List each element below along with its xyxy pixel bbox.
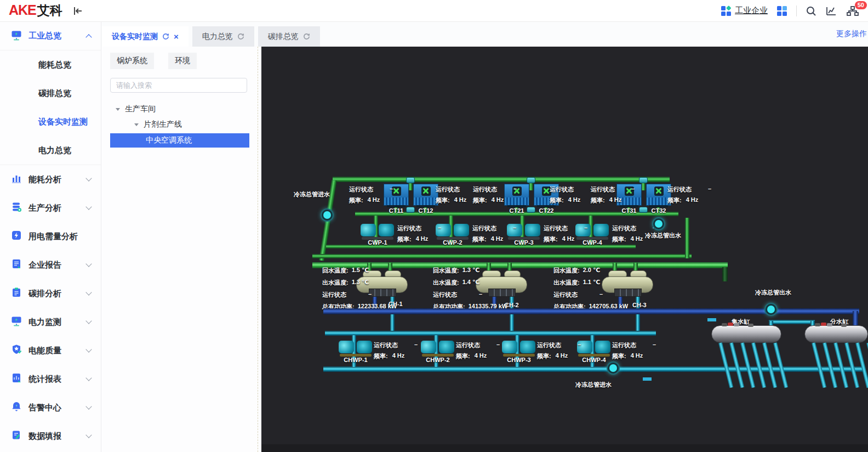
- tree-node-hvac-system[interactable]: 中央空调系统: [110, 133, 249, 148]
- chiller-info-block: 回水温度:2.0 ℃ 出水温度:1.1 ℃ 运行状态– 总有功功率:142705…: [553, 267, 628, 315]
- search-icon[interactable]: [806, 5, 816, 16]
- caret-down-icon: [116, 108, 120, 111]
- tab-label: 碳排总览: [268, 32, 299, 42]
- device-status-block: 运行状态–频率:4 Hz: [349, 185, 393, 207]
- system-chips: 锅炉系统 环境: [110, 53, 245, 69]
- pipe-segment: [722, 267, 728, 281]
- cooling-tower-ct12[interactable]: [413, 184, 438, 206]
- chiller-info-block: 回水温度:1.3 ℃ 出水温度:1.4 ℃ 运行状态– 总有功功率:141335…: [433, 267, 507, 315]
- apps-grid-icon[interactable]: [776, 5, 787, 16]
- pump-chwp-4[interactable]: [577, 338, 611, 357]
- tab-carbon-overview[interactable]: 碳排总览: [258, 26, 320, 47]
- device-status-block: 运行状态–频率:4 Hz: [473, 185, 517, 207]
- pipe-segment: [769, 320, 815, 324]
- org-link[interactable]: 工业企业: [721, 5, 768, 16]
- sidebar-item-carbon-analysis[interactable]: 碳排分析: [0, 279, 101, 308]
- refresh-icon[interactable]: [303, 33, 310, 40]
- caret-down-icon: [134, 123, 139, 126]
- chevron-down-icon: [85, 432, 92, 438]
- valve-indicator[interactable]: [322, 210, 333, 221]
- tank-label-collector: 集水缸: [732, 318, 750, 326]
- device-status-block: 运行状态–频率:4 Hz: [591, 185, 635, 207]
- valve-indicator[interactable]: [608, 363, 619, 374]
- sidebar-item-energy-overview[interactable]: 能耗总览: [0, 50, 101, 79]
- pipe-label-chw-out: 冷冻总管出水: [755, 289, 791, 297]
- device-status-block: 运行状态–频率:4 Hz: [550, 185, 593, 207]
- chevron-down-icon: [85, 175, 92, 181]
- chevron-down-icon: [85, 403, 92, 409]
- fan-icon: [414, 184, 438, 197]
- app-logo: AKE 艾科: [9, 2, 62, 19]
- sidebar-item-label: 工业总览: [28, 31, 87, 41]
- tab-power-overview[interactable]: 电力总览: [192, 26, 254, 47]
- sidebar-collapse-icon[interactable]: [72, 6, 83, 16]
- sidebar-item-power-demand-analysis[interactable]: 用电需量分析: [0, 222, 101, 251]
- chip-boiler-system[interactable]: 锅炉系统: [110, 53, 154, 69]
- sidebar-item-power-monitoring[interactable]: 电力监测: [0, 308, 101, 336]
- factory-chart-icon[interactable]: [825, 5, 837, 16]
- valve-indicator[interactable]: [766, 304, 776, 315]
- org-link-label: 工业企业: [735, 5, 768, 16]
- tab-label: 电力总览: [202, 32, 233, 42]
- chevron-up-icon: [85, 34, 92, 40]
- sidebar: 工业总览 能耗总览 碳排总览 设备实时监测 电力总览 能耗分析 生产分析 用电需…: [0, 22, 101, 452]
- pump-chwp-2[interactable]: [421, 338, 455, 357]
- pipe-marker: [643, 377, 652, 381]
- canvas-bottom-strip: [261, 444, 868, 452]
- equipment-id: CT11: [384, 207, 409, 214]
- org-structure-icon[interactable]: 50: [846, 5, 859, 16]
- pipe-label-condenser-in: 冷冻总管进水: [294, 190, 330, 199]
- tab-bar: 设备实时监测 × 电力总览 碳排总览 更多操作: [101, 22, 868, 47]
- search-input[interactable]: [110, 78, 247, 93]
- device-status-block: 运行状态–频率:4 Hz: [397, 224, 441, 246]
- equipment-id: CT32: [646, 207, 671, 214]
- chevron-down-icon: [85, 204, 92, 210]
- sidebar-item-device-monitoring[interactable]: 设备实时监测: [0, 108, 101, 136]
- equipment-id: CHWP-1: [334, 357, 377, 363]
- header-actions: 工业企业 50: [721, 5, 859, 16]
- pump-chwp-3[interactable]: [502, 338, 536, 357]
- equipment-id: CHWP-2: [416, 357, 459, 363]
- sidebar-item-carbon-overview[interactable]: 碳排总览: [0, 79, 101, 108]
- sidebar-item-data-entry[interactable]: 数据填报: [0, 422, 101, 450]
- pump-chwp-1[interactable]: [339, 338, 373, 357]
- chiller-info-block: 回水温度:1.5 ℃ 出水温度:1.3 ℃ 运行状态– 总有功功率:122333…: [322, 267, 397, 315]
- sidebar-item-industry-overview[interactable]: 工业总览: [0, 22, 101, 50]
- device-status-block: 运行状态–频率:4 Hz: [667, 185, 711, 207]
- chip-environment[interactable]: 环境: [168, 53, 197, 69]
- tree-node-workshop[interactable]: 生产车间: [110, 101, 245, 117]
- valve-indicator[interactable]: [653, 218, 664, 229]
- bolt-icon: [11, 230, 22, 243]
- device-status-block: 运行状态–频率:4 Hz: [612, 341, 656, 363]
- sidebar-item-power-quality[interactable]: 电能质量: [0, 336, 101, 365]
- sidebar-item-statistics-report[interactable]: 统计报表: [0, 365, 101, 393]
- collector-tank[interactable]: [711, 325, 781, 343]
- sidebar-item-energy-analysis[interactable]: 能耗分析: [0, 165, 101, 194]
- header-divider: [796, 5, 797, 16]
- refresh-icon[interactable]: [162, 33, 169, 40]
- sidebar-item-power-overview[interactable]: 电力总览: [0, 136, 101, 165]
- tab-device-monitoring[interactable]: 设备实时监测 ×: [102, 26, 189, 47]
- sidebar-item-production-analysis[interactable]: 生产分析: [0, 194, 101, 222]
- pipe-valve-icon: [639, 177, 648, 183]
- sidebar-item-enterprise-report[interactable]: 企业报告: [0, 251, 101, 279]
- tank-label-distributor: 分水缸: [830, 318, 848, 326]
- device-status-block: 运行状态–频率:4 Hz: [456, 341, 500, 363]
- pipe-valve-icon: [406, 177, 415, 183]
- distributor-tank[interactable]: [804, 325, 868, 343]
- more-actions-link[interactable]: 更多操作: [836, 29, 867, 39]
- equipment-id: CHWP-3: [498, 357, 540, 363]
- device-status-block: 运行状态–频率:4 Hz: [537, 341, 581, 363]
- tree-node-tablet-line[interactable]: 片剂生产线: [110, 117, 245, 132]
- shield-icon: [11, 344, 22, 357]
- document-icon: [11, 258, 22, 272]
- pipe-valve-icon: [527, 177, 535, 183]
- refresh-icon[interactable]: [237, 33, 244, 40]
- monitor-icon: [11, 315, 22, 329]
- sidebar-item-alarm-center[interactable]: 告警中心: [0, 393, 101, 422]
- scada-canvas[interactable]: CT11 CT12 CT21 CT22 CT31 CT32 运行状态–频率:4 …: [261, 47, 868, 452]
- pump-cwp-1[interactable]: [361, 221, 395, 240]
- pipe-segment: [323, 308, 859, 314]
- close-icon[interactable]: ×: [174, 32, 179, 41]
- bar-chart-icon: [11, 173, 22, 186]
